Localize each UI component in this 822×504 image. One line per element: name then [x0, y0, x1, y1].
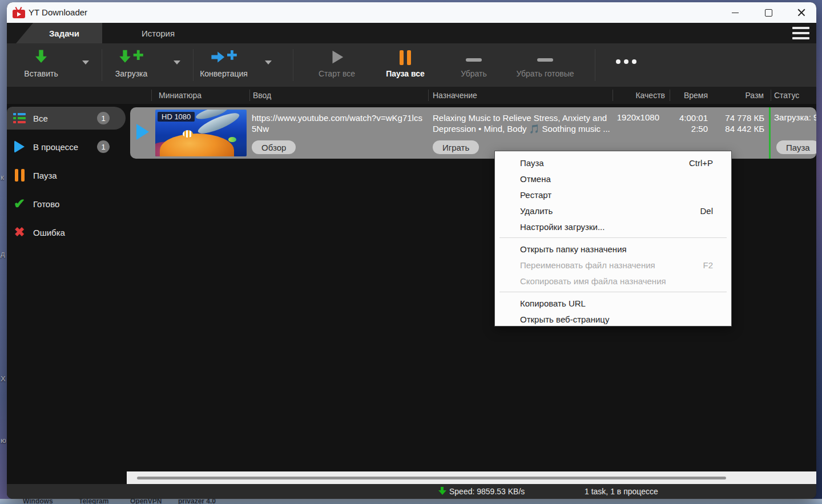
more-dots-icon — [616, 59, 636, 64]
tab-history[interactable]: История — [121, 23, 195, 43]
task-size-total: 84 442 КБ — [710, 123, 764, 134]
in-progress-play-icon — [14, 140, 25, 153]
error-x-icon: ✖ — [14, 226, 25, 239]
pause-all-label: Пауза все — [386, 69, 425, 78]
shortcut-label: Ctrl+P — [689, 158, 713, 168]
desktop-icon-label-fragment: д — [1, 249, 5, 258]
column-header-thumbnail[interactable]: Миниатюра — [159, 91, 202, 100]
minimize-icon[interactable] — [731, 8, 740, 17]
all-list-icon — [13, 113, 26, 123]
taskbar-item: privazer 4.0 — [178, 499, 216, 504]
convert-button[interactable]: Конвертация — [190, 48, 258, 82]
paste-dropdown-icon[interactable] — [82, 61, 89, 64]
desktop-icon-label-fragment: X — [1, 374, 6, 383]
column-header-quality[interactable]: Качеств — [626, 91, 665, 100]
column-header-destination[interactable]: Назначение — [433, 91, 477, 100]
menu-item-open-web-page[interactable]: Открыть веб-страницу — [495, 311, 731, 327]
convert-label: Конвертация — [200, 69, 248, 78]
taskbar-item: Windows — [23, 499, 53, 504]
toolbar: Вставить Загрузка Конвертация Старт все — [7, 43, 816, 87]
download-label: Загрузка — [115, 69, 148, 78]
horizontal-scrollbar[interactable] — [127, 471, 816, 484]
task-position: 2:50 — [651, 123, 708, 134]
sidebar-item-label: Готово — [33, 199, 59, 209]
maximize-icon[interactable] — [764, 8, 773, 17]
column-header-time[interactable]: Время — [674, 91, 708, 100]
browse-button[interactable]: Обзор — [252, 140, 296, 154]
start-all-play-icon — [328, 48, 345, 66]
paste-button[interactable]: Вставить — [7, 48, 75, 82]
menu-item-delete[interactable]: Удалить Del — [495, 203, 731, 219]
video-thumbnail[interactable]: HD 1080 — [155, 110, 247, 156]
desktop-icon-label-fragment: ю — [1, 436, 6, 445]
app-logo-icon — [13, 7, 25, 18]
menu-item-open-destination-folder[interactable]: Открыть папку назначения — [495, 241, 731, 257]
convert-arrow-plus-icon — [210, 48, 237, 66]
sidebar-item-error[interactable]: ✖ Ошибка — [7, 221, 126, 244]
sidebar-item-label: Ошибка — [33, 228, 65, 237]
shortcut-label: Del — [700, 206, 713, 216]
tab-tasks[interactable]: Задачи — [16, 23, 102, 43]
tasks-summary-text: 1 task, 1 в процессе — [585, 487, 658, 496]
sidebar-item-done[interactable]: ✔ Готово — [7, 192, 126, 215]
column-header-status[interactable]: Статус — [774, 91, 799, 100]
remove-button[interactable]: Убрать — [440, 48, 508, 82]
sidebar-item-paused[interactable]: Пауза — [7, 164, 126, 187]
menu-item-copy-destination-filename[interactable]: Скопировать имя файла назначения — [495, 273, 731, 289]
column-header-size[interactable]: Разм — [735, 91, 764, 100]
title-bar: YT Downloader — [7, 2, 816, 23]
desktop-icon-label-fragment: к — [1, 173, 4, 182]
context-menu: Пауза Ctrl+P Отмена Рестарт Удалить Del … — [494, 151, 732, 326]
menu-separator — [499, 237, 727, 238]
download-speed-icon — [438, 487, 446, 495]
column-header-input[interactable]: Ввод — [253, 91, 271, 100]
sidebar-item-label: Пауза — [33, 171, 57, 180]
sidebar-item-all[interactable]: Все 1 — [7, 107, 126, 130]
menu-separator — [499, 292, 727, 292]
task-duration: 4:00:01 — [651, 112, 708, 123]
menu-item-restart[interactable]: Рестарт — [495, 187, 731, 203]
tab-bar: Задачи История — [7, 23, 816, 43]
task-time: 4:00:01 2:50 — [651, 112, 708, 134]
paused-pause-icon — [15, 169, 25, 182]
task-size-downloaded: 74 778 КБ — [710, 112, 764, 123]
pause-task-button[interactable]: Пауза — [776, 140, 816, 154]
paste-label: Вставить — [24, 69, 58, 78]
close-icon[interactable] — [797, 8, 806, 17]
download-dropdown-icon[interactable] — [174, 61, 180, 64]
scrollbar-thumb[interactable] — [137, 477, 726, 479]
paste-down-arrow-icon — [33, 48, 50, 66]
menu-item-copy-url[interactable]: Копировать URL — [495, 295, 731, 311]
task-status: Загрузка: 9 — [774, 112, 816, 122]
remove-finished-button[interactable]: Убрать готовые — [508, 48, 582, 82]
menu-item-pause[interactable]: Пауза Ctrl+P — [495, 155, 731, 171]
app-window: YT Downloader Задачи История Вставить За… — [7, 2, 816, 499]
menu-hamburger-icon[interactable] — [792, 27, 809, 39]
start-all-button[interactable]: Старт все — [303, 48, 371, 82]
hd-quality-badge: HD 1080 — [158, 112, 195, 122]
remove-finished-minus-icon — [537, 58, 553, 62]
table-header: Миниатюра Ввод Назначение Качеств Время … — [7, 87, 816, 104]
taskbar-item: Telegram — [79, 499, 108, 504]
sidebar-item-in-progress[interactable]: В процессе 1 — [7, 135, 126, 158]
more-actions-button[interactable] — [598, 48, 655, 82]
menu-item-cancel[interactable]: Отмена — [495, 171, 731, 187]
window-title: YT Downloader — [29, 7, 87, 17]
sidebar-item-label: В процессе — [33, 142, 78, 152]
menu-item-download-settings[interactable]: Настройки загрузки... — [495, 219, 731, 235]
download-button[interactable]: Загрузка — [97, 48, 166, 82]
pause-all-button[interactable]: Пауза все — [371, 48, 440, 82]
taskbar-item: OpenVPN — [130, 499, 162, 504]
start-all-label: Старт все — [319, 69, 355, 78]
speed-text: Speed: 9859.53 KB/s — [449, 487, 525, 496]
menu-item-rename-destination-file[interactable]: Переименовать файл назначения F2 — [495, 257, 731, 273]
play-video-button[interactable]: Играть — [433, 140, 479, 154]
sidebar-item-label: Все — [33, 114, 48, 123]
remove-label: Убрать — [461, 69, 487, 78]
done-check-icon: ✔ — [14, 197, 25, 210]
task-quality: 1920x1080 — [585, 112, 659, 122]
count-badge: 1 — [97, 140, 110, 153]
count-badge: 1 — [97, 112, 110, 124]
convert-dropdown-icon[interactable] — [265, 61, 272, 64]
task-url: https://www.youtube.com/watch?v=wKg71lcs… — [252, 112, 425, 134]
